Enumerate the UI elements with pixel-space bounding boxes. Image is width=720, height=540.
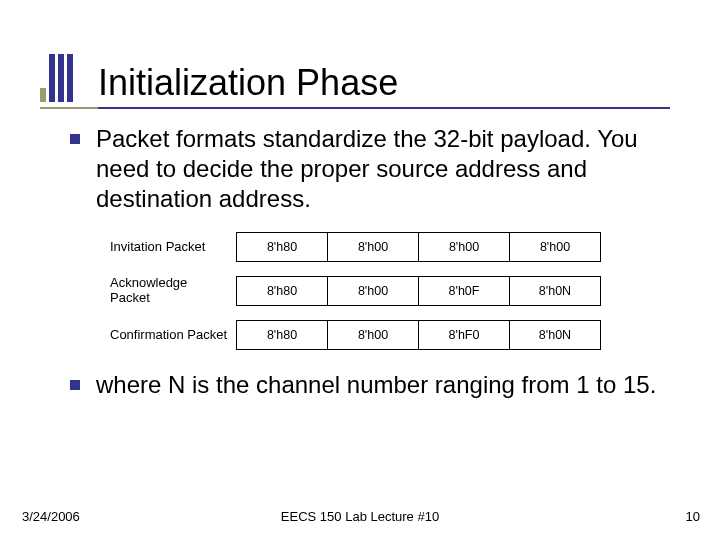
table-cell: 8'h00 bbox=[327, 232, 419, 262]
bullet-item: where N is the channel number ranging fr… bbox=[70, 370, 670, 400]
table-row: Invitation Packet 8'h80 8'h00 8'h00 8'h0… bbox=[110, 232, 670, 262]
row-label: Confirmation Packet bbox=[110, 328, 236, 343]
title-area: Initialization Phase bbox=[40, 54, 398, 102]
slide-title: Initialization Phase bbox=[98, 64, 398, 102]
title-decoration-icon bbox=[40, 54, 76, 102]
slide-body: Packet formats standardize the 32-bit pa… bbox=[70, 124, 670, 410]
table-cell: 8'hF0 bbox=[418, 320, 510, 350]
slide: Initialization Phase Packet formats stan… bbox=[0, 0, 720, 540]
table-cell: 8'h80 bbox=[236, 276, 328, 306]
row-cells: 8'h80 8'h00 8'hF0 8'h0N bbox=[236, 320, 601, 350]
row-label: Acknowledge Packet bbox=[110, 276, 236, 306]
row-label: Invitation Packet bbox=[110, 240, 236, 255]
table-row: Confirmation Packet 8'h80 8'h00 8'hF0 8'… bbox=[110, 320, 670, 350]
footer-center: EECS 150 Lab Lecture #10 bbox=[0, 509, 720, 524]
title-underline bbox=[98, 107, 670, 109]
table-cell: 8'h00 bbox=[418, 232, 510, 262]
bullet-text: where N is the channel number ranging fr… bbox=[96, 370, 656, 400]
packet-table: Invitation Packet 8'h80 8'h00 8'h00 8'h0… bbox=[110, 232, 670, 350]
table-cell: 8'h80 bbox=[236, 232, 328, 262]
footer-page-number: 10 bbox=[686, 509, 700, 524]
table-cell: 8'h00 bbox=[509, 232, 601, 262]
table-cell: 8'h0N bbox=[509, 320, 601, 350]
table-cell: 8'h0N bbox=[509, 276, 601, 306]
table-cell: 8'h80 bbox=[236, 320, 328, 350]
row-cells: 8'h80 8'h00 8'h0F 8'h0N bbox=[236, 276, 601, 306]
square-bullet-icon bbox=[70, 134, 80, 144]
bullet-item: Packet formats standardize the 32-bit pa… bbox=[70, 124, 670, 214]
table-cell: 8'h00 bbox=[327, 320, 419, 350]
table-row: Acknowledge Packet 8'h80 8'h00 8'h0F 8'h… bbox=[110, 276, 670, 306]
bullet-text: Packet formats standardize the 32-bit pa… bbox=[96, 124, 670, 214]
table-cell: 8'h0F bbox=[418, 276, 510, 306]
table-cell: 8'h00 bbox=[327, 276, 419, 306]
row-cells: 8'h80 8'h00 8'h00 8'h00 bbox=[236, 232, 601, 262]
square-bullet-icon bbox=[70, 380, 80, 390]
